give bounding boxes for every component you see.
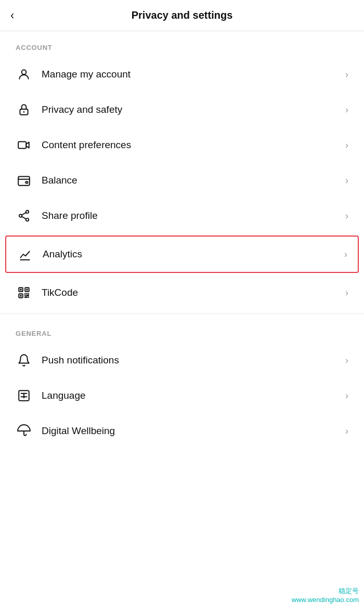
- umbrella-icon: [16, 423, 32, 439]
- share-icon: [16, 207, 32, 224]
- menu-label-tikcode: TikCode: [42, 287, 345, 298]
- chevron-icon-language: ›: [345, 390, 348, 401]
- svg-point-2: [23, 111, 25, 113]
- svg-rect-5: [25, 181, 28, 183]
- chevron-icon-tikcode: ›: [345, 288, 348, 298]
- header: ‹ Privacy and settings: [0, 0, 364, 31]
- wallet-icon: [16, 172, 32, 189]
- menu-item-tikcode[interactable]: TikCode›: [0, 275, 364, 310]
- menu-label-language: Language: [42, 390, 345, 401]
- svg-rect-3: [18, 142, 26, 149]
- section-label-general: GENERAL: [0, 317, 364, 343]
- chevron-icon-share-profile: ›: [345, 211, 348, 221]
- lock-icon: [16, 101, 32, 118]
- svg-rect-11: [20, 289, 21, 290]
- chevron-icon-balance: ›: [345, 175, 348, 186]
- qrcode-icon: [16, 284, 32, 301]
- chevron-icon-privacy-safety: ›: [345, 104, 348, 115]
- menu-item-share-profile[interactable]: Share profile›: [0, 198, 364, 233]
- menu-label-analytics: Analytics: [43, 249, 344, 260]
- svg-rect-13: [26, 289, 28, 290]
- svg-rect-4: [18, 176, 30, 185]
- user-icon: [16, 66, 32, 83]
- chevron-icon-analytics: ›: [344, 249, 347, 260]
- menu-item-privacy-safety[interactable]: Privacy and safety›: [0, 92, 364, 127]
- chevron-icon-content-preferences: ›: [345, 140, 348, 151]
- svg-rect-15: [20, 295, 21, 296]
- language-icon: [16, 387, 32, 404]
- menu-label-content-preferences: Content preferences: [42, 139, 345, 151]
- menu-label-manage-account: Manage my account: [42, 69, 345, 80]
- watermark: 稳定号 www.wendinghao.com: [292, 586, 359, 604]
- analytics-icon: [17, 246, 33, 263]
- bell-icon: [16, 352, 32, 369]
- back-button[interactable]: ‹: [10, 9, 14, 22]
- menu-label-privacy-safety: Privacy and safety: [42, 104, 345, 115]
- svg-point-0: [22, 70, 27, 74]
- menu-item-push-notifications[interactable]: Push notifications›: [0, 343, 364, 378]
- menu-item-analytics[interactable]: Analytics›: [5, 236, 359, 273]
- menu-item-digital-wellbeing[interactable]: Digital Wellbeing›: [0, 413, 364, 449]
- section-label-account: ACCOUNT: [0, 31, 364, 57]
- menu-item-manage-account[interactable]: Manage my account›: [0, 57, 364, 92]
- video-icon: [16, 137, 32, 153]
- menu-item-language[interactable]: Language›: [0, 378, 364, 413]
- menu-item-content-preferences[interactable]: Content preferences›: [0, 127, 364, 163]
- chevron-icon-digital-wellbeing: ›: [345, 426, 348, 437]
- section-divider: [0, 313, 364, 314]
- menu-label-digital-wellbeing: Digital Wellbeing: [42, 425, 345, 437]
- chevron-icon-push-notifications: ›: [345, 355, 348, 366]
- menu-container: ACCOUNTManage my account›Privacy and saf…: [0, 31, 364, 449]
- watermark-line2: www.wendinghao.com: [292, 596, 359, 604]
- chevron-icon-manage-account: ›: [345, 69, 348, 80]
- page-title: Privacy and settings: [132, 9, 233, 21]
- menu-item-balance[interactable]: Balance›: [0, 163, 364, 198]
- menu-label-share-profile: Share profile: [42, 210, 345, 221]
- menu-label-balance: Balance: [42, 175, 345, 186]
- menu-label-push-notifications: Push notifications: [42, 355, 345, 366]
- watermark-line1: 稳定号: [292, 586, 359, 596]
